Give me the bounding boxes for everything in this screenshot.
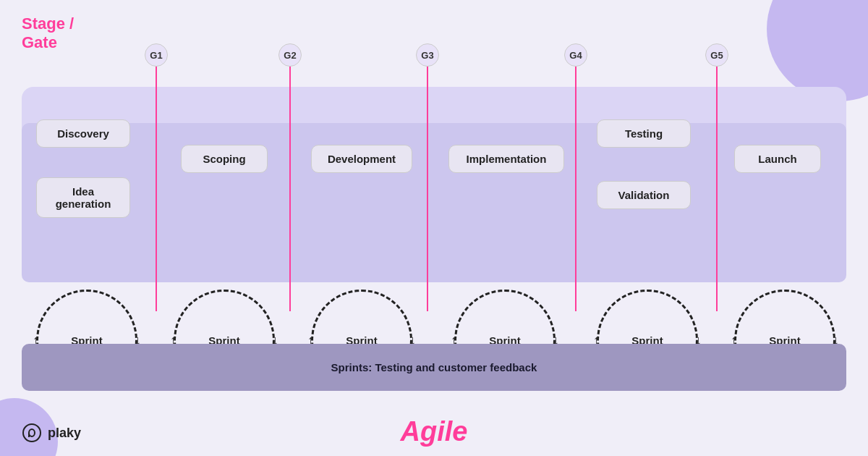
stage-box-implementation: Implementation (448, 145, 564, 173)
gate-line-g4: G4 (575, 65, 576, 311)
stage-box-testing: Testing (597, 119, 691, 148)
stage-box-scoping: Scoping (181, 145, 268, 173)
gate-line-g1: G1 (156, 65, 157, 311)
gate-line-g2: G2 (289, 65, 291, 311)
sprint-band: Sprints: Testing and customer feedback (22, 344, 846, 391)
agile-label: Agile (401, 416, 468, 447)
plaky-text: plaky (48, 426, 81, 441)
sprint-band-label: Sprints: Testing and customer feedback (331, 361, 537, 373)
gate-label-g5: G5 (705, 43, 728, 67)
stage-band (22, 87, 846, 282)
stage-box-idea-generation: Idea generation (36, 177, 130, 218)
stage-box-development: Development (311, 145, 412, 173)
gate-line-g5: G5 (716, 65, 718, 311)
gate-label-g3: G3 (416, 43, 439, 67)
gate-label-g2: G2 (278, 43, 302, 67)
gate-label-g4: G4 (564, 43, 587, 67)
stage-gate-label: Stage / Gate (22, 14, 74, 53)
plaky-icon (22, 423, 42, 443)
plaky-logo: plaky (22, 423, 81, 443)
stage-box-discovery: Discovery (36, 119, 130, 148)
gate-label-g1: G1 (145, 43, 168, 67)
diagram-area: G1 G2 G3 G4 G5 Discovery Idea generation (22, 65, 846, 449)
stage-band-inner (22, 123, 846, 282)
svg-point-0 (23, 424, 41, 442)
main-container: Stage / Gate G1 G2 G3 G4 G5 Dis (0, 0, 868, 456)
stage-box-validation: Validation (597, 181, 691, 209)
gate-line-g3: G3 (427, 65, 428, 311)
stage-box-launch: Launch (734, 145, 821, 173)
